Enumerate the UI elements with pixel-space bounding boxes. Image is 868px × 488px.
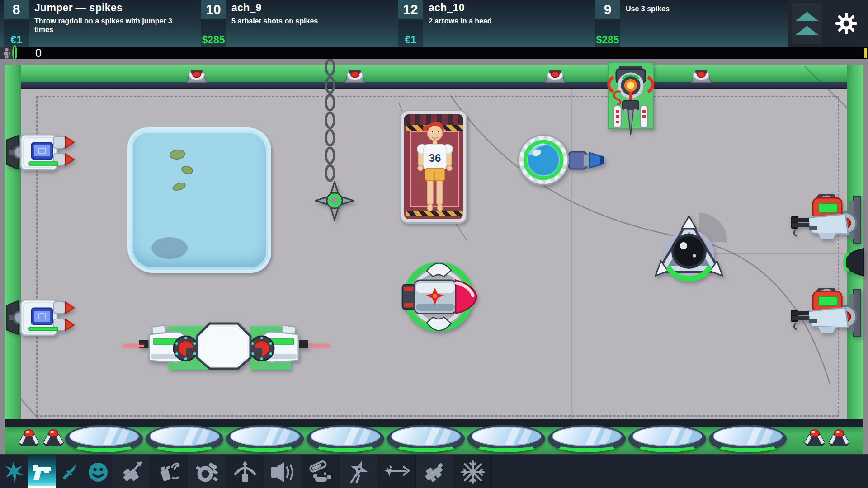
ceiling-sprinkler[interactable] [691,67,712,83]
quest-badge-col: 8 €1 [4,0,29,47]
quest-description: Use 3 spikes [626,5,670,13]
quest-card-4[interactable]: 9 $285 Use 3 spikes [591,0,788,47]
tool-saw-launcher[interactable] [188,455,226,488]
tool-handgun[interactable] [28,455,56,488]
trampoline-plate[interactable] [226,425,304,453]
handgun-icon [31,461,53,483]
sonic-gun-icon [270,460,296,484]
tool-spray-gun[interactable] [150,455,188,488]
quest-text: Use 3 spikes [620,0,670,47]
plate-glow [394,439,458,452]
trampoline-plate[interactable] [307,425,384,453]
quest-title: Jumper — spikes [34,2,184,14]
quest-text: Jumper — spikes Throw ragdoll on a spike… [29,0,184,47]
tool-rocket-launcher[interactable] [416,455,454,488]
quest-reward-1: $285 [201,34,226,46]
corner-button[interactable] [804,427,826,446]
pool-shadow [151,237,188,259]
saw-launcher-icon [195,460,219,484]
ceiling-sprinkler[interactable] [545,67,566,83]
rocket-pod[interactable] [6,299,75,336]
quest-number: 12 [398,0,423,19]
wall-orb[interactable] [842,248,864,277]
corner-button[interactable] [828,427,850,446]
progress-end-marker [864,48,867,58]
crossbow-icon [233,460,257,484]
rocket[interactable] [400,259,477,334]
plate-glow [716,439,779,452]
tool-smiley[interactable] [84,455,112,488]
laser-beam [309,345,330,347]
tool-knife[interactable] [56,455,84,488]
tool-acid-flask[interactable] [302,455,340,488]
chain-mace-head[interactable] [315,181,354,221]
laser-cutter[interactable] [118,321,335,371]
chevron-up-icon [795,12,819,21]
trampoline-plate[interactable] [146,425,223,453]
rocket-pod[interactable] [6,134,75,171]
dart-gun-icon [119,460,143,484]
ragdoll-number: 36 [429,152,441,164]
orb-mine[interactable] [655,216,727,284]
pool-debris [180,164,194,176]
corner-button[interactable] [42,427,64,446]
selected-indicator [28,486,56,488]
water-pool[interactable] [127,127,271,273]
quest-text: ach_9 5 arbalet shots on spikes [226,0,318,47]
quest-reward-2: €1 [398,34,423,46]
rocket-launcher-icon [423,460,447,484]
chain[interactable] [323,59,337,188]
quest-description: 2 arrows in a head [429,17,492,25]
minigun[interactable] [791,194,863,245]
quest-card-2[interactable]: 10 $285 ach_9 5 arbalet shots on spikes [197,0,394,47]
pool-debris [171,181,186,192]
trampoline-plate[interactable] [467,425,545,453]
quest-badge-col: 10 $285 [201,0,226,47]
tool-shuriken[interactable] [340,455,378,488]
settings-button[interactable] [835,12,858,35]
bubble-cannon[interactable] [515,134,606,189]
ceiling-sprinkler[interactable] [186,67,207,83]
quest-card-1[interactable]: 8 €1 Jumper — spikes Throw ragdoll on a … [0,0,197,47]
quest-reward-3: $285 [595,34,620,46]
trampoline-plate[interactable] [548,425,626,453]
plate-glow [233,439,297,452]
plate-glow [475,439,538,452]
arena: 36 [0,59,868,454]
quest-card-3[interactable]: 12 €1 ach_10 2 arrows in a head [394,0,591,47]
trampoline-plate[interactable] [628,425,706,453]
arena-wall-left [5,65,21,419]
hit-counter-bar: 0 [0,47,868,59]
game-root: 8 €1 Jumper — spikes Throw ragdoll on a … [0,0,868,488]
plate-glow [314,439,377,452]
quest-reward-0: €1 [4,34,29,46]
tool-star-burst[interactable] [0,455,28,488]
gear-icon [835,12,858,35]
arena-wall-shadow [5,82,863,89]
snowflake-icon [461,460,485,484]
corner-button[interactable] [18,427,40,446]
pool-debris [170,150,185,160]
ragdoll-bay[interactable]: 36 [400,110,467,224]
tool-sonic-gun[interactable] [264,455,302,488]
ragdoll[interactable]: 36 [410,118,460,212]
acid-flask-icon [309,460,333,484]
quest-text: ach_10 2 arrows in a head [423,0,492,47]
trampoline-plate[interactable] [387,425,465,453]
quest-title: ach_10 [429,2,492,14]
tool-crossbow[interactable] [226,455,264,488]
ceiling-sprinkler[interactable] [344,67,365,83]
knife-icon [59,461,81,483]
plate-glow [72,439,136,452]
tool-dart-gun[interactable] [112,455,150,488]
smiley-icon [88,462,108,483]
tool-snowflake[interactable] [454,455,492,488]
collapse-quests-button[interactable] [792,3,822,44]
laser-beam [123,345,144,347]
minigun[interactable] [791,288,863,338]
trampoline-plate[interactable] [709,425,787,453]
tool-harpoon[interactable] [378,455,416,488]
spike-driver[interactable] [607,62,654,138]
quest-badge-col: 9 $285 [595,0,620,47]
trampoline-plate[interactable] [65,425,143,453]
